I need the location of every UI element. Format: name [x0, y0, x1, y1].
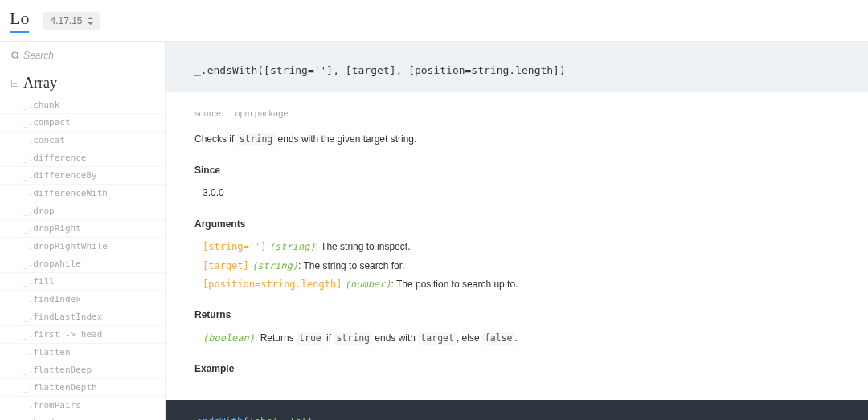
since-heading: Since	[194, 162, 839, 178]
collapse-icon	[11, 80, 18, 87]
sidebar-method-item[interactable]: _.flattenDepth	[0, 379, 165, 397]
method-name: fromPairs	[33, 400, 81, 410]
sidebar-method-item[interactable]: _.difference	[0, 149, 165, 167]
method-prefix: _.	[23, 400, 33, 410]
source-link[interactable]: source	[194, 108, 221, 118]
sidebar-method-item[interactable]: _.flatten	[0, 344, 165, 361]
method-name: differenceWith	[33, 188, 108, 198]
method-prefix: _.	[23, 312, 33, 322]
desc-code: string	[237, 133, 276, 145]
sidebar-method-item[interactable]: _.dropRightWhile	[0, 238, 165, 255]
method-prefix: _.	[23, 188, 33, 198]
sidebar-method-item[interactable]: _.dropWhile	[0, 255, 165, 273]
argument-line: [position=string.length] (number): The p…	[203, 276, 839, 292]
method-name: findLastIndex	[33, 312, 102, 322]
ret-c1: true	[297, 332, 324, 345]
method-name: drop	[33, 206, 55, 216]
ret-c2: string	[334, 332, 372, 345]
method-prefix: _.	[23, 329, 33, 340]
method-prefix: _.	[23, 117, 33, 128]
caret-updown-icon	[88, 17, 93, 25]
sidebar-method-item[interactable]: _.dropRight	[0, 220, 165, 238]
function-signature: _.endsWith([string=''], [target], [posit…	[166, 42, 868, 92]
method-prefix: _.	[23, 100, 33, 110]
sidebar-method-item[interactable]: _.first -> head	[0, 326, 165, 344]
sidebar-method-item[interactable]: _.concat	[0, 132, 165, 149]
method-name: compact	[33, 117, 70, 128]
method-name: flatten	[33, 347, 70, 357]
brand-logo[interactable]: Lo	[10, 8, 29, 33]
sidebar-method-item[interactable]: _.differenceWith	[0, 185, 165, 202]
method-name: dropWhile	[33, 259, 81, 269]
arg-desc: : The string to inspect.	[316, 241, 411, 252]
version-dropdown[interactable]: 4.17.15	[43, 12, 99, 30]
sidebar-method-item[interactable]: _.findIndex	[0, 291, 165, 308]
method-name: findIndex	[33, 294, 81, 304]
sidebar-method-item[interactable]: _.compact	[0, 114, 165, 132]
arg-type: (number)	[345, 279, 391, 290]
method-prefix: _.	[23, 276, 33, 287]
sidebar-method-item[interactable]: _.drop	[0, 202, 165, 220]
method-name: differenceBy	[33, 170, 96, 181]
since-value: 3.0.0	[194, 185, 839, 201]
description: Checks if string ends with the given tar…	[194, 131, 839, 148]
arg-name: [string='']	[203, 241, 266, 252]
sidebar-method-item[interactable]: _.fill	[0, 273, 165, 291]
method-name: fill	[33, 276, 55, 287]
method-prefix: _.	[23, 294, 33, 304]
search-icon	[11, 51, 20, 60]
ret-t4: , else	[457, 332, 482, 344]
ret-t5: .	[515, 332, 518, 344]
svg-line-1	[17, 57, 19, 59]
method-name: dropRight	[33, 223, 81, 234]
code-line: _.endsWith('abc', 'c');	[185, 414, 849, 420]
arg-desc: : The position to search up to.	[391, 279, 518, 290]
arg-name: [position=string.length]	[203, 279, 342, 290]
method-prefix: _.	[23, 241, 33, 251]
desc-text-1: Checks if	[194, 133, 237, 145]
search-box[interactable]	[11, 50, 154, 63]
method-name: first -> head	[33, 329, 102, 340]
returns-heading: Returns	[194, 307, 839, 323]
arguments-heading: Arguments	[194, 216, 839, 232]
returns-line: (boolean): Returns true if string ends w…	[194, 330, 839, 347]
svg-point-0	[12, 52, 18, 58]
return-type: (boolean)	[203, 332, 255, 344]
arg-type: (string)	[252, 260, 298, 271]
example-heading: Example	[194, 361, 839, 377]
method-name: dropRightWhile	[33, 241, 108, 251]
method-name: flattenDeep	[33, 365, 92, 375]
npm-link[interactable]: npm package	[235, 108, 288, 118]
arg-desc: : The string to search for.	[298, 260, 405, 271]
ret-c4: false	[482, 332, 515, 345]
desc-text-2: ends with the given target string.	[275, 133, 416, 145]
doc-content: _.endsWith([string=''], [target], [posit…	[166, 42, 868, 420]
method-prefix: _.	[23, 170, 33, 181]
app-header: Lo 4.17.15	[0, 3, 868, 42]
sidebar-category-label: Array	[23, 75, 57, 92]
ret-t1: : Returns	[255, 332, 297, 344]
argument-line: [string=''] (string): The string to insp…	[203, 239, 839, 255]
sidebar-method-item[interactable]: _.differenceBy	[0, 167, 165, 185]
method-prefix: _.	[23, 153, 33, 163]
sidebar-method-item[interactable]: _.fromPairs	[0, 397, 165, 414]
sidebar-method-item[interactable]: _.findLastIndex	[0, 308, 165, 326]
version-label: 4.17.15	[50, 15, 82, 27]
argument-line: [target] (string): The string to search …	[203, 258, 839, 274]
sidebar-category-header[interactable]: Array	[0, 70, 165, 96]
ret-t2: if	[324, 332, 334, 344]
method-name: chunk	[33, 100, 59, 110]
window-topstrip	[0, 0, 868, 3]
sidebar-method-item[interactable]: _.head	[0, 414, 165, 420]
sidebar: Array _.chunk_.compact_.concat_.differen…	[0, 42, 166, 420]
method-name: difference	[33, 153, 86, 163]
sidebar-method-item[interactable]: _.flattenDeep	[0, 361, 165, 379]
sidebar-method-item[interactable]: _.chunk	[0, 96, 165, 114]
code-example: _.endsWith('abc', 'c');// => true _.ends…	[166, 400, 868, 420]
method-prefix: _.	[23, 259, 33, 269]
search-input[interactable]	[23, 50, 154, 61]
method-list: _.chunk_.compact_.concat_.difference_.di…	[0, 96, 165, 420]
method-prefix: _.	[23, 365, 33, 375]
arguments-list: [string=''] (string): The string to insp…	[194, 239, 839, 292]
ret-c3: target	[418, 332, 457, 345]
